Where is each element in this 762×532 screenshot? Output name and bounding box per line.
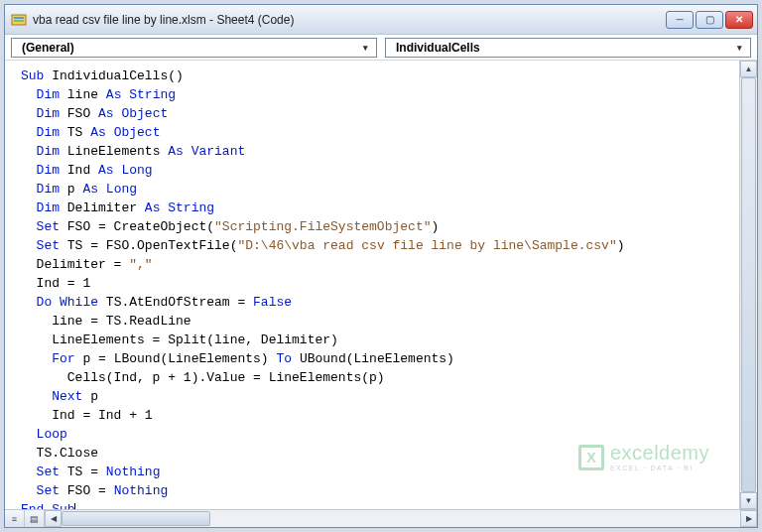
horizontal-scrollbar[interactable]: ◀ ▶: [45, 510, 757, 527]
procedure-dropdown[interactable]: IndividualCells ▾: [385, 38, 751, 58]
object-dropdown[interactable]: (General) ▾: [11, 38, 377, 58]
chevron-down-icon: ▾: [356, 40, 374, 56]
titlebar[interactable]: vba read csv file line by line.xlsm - Sh…: [5, 5, 757, 35]
maximize-button[interactable]: ▢: [696, 11, 723, 29]
vba-code-window: vba read csv file line by line.xlsm - Sh…: [4, 4, 758, 528]
scroll-down-button[interactable]: ▼: [740, 492, 757, 509]
scroll-up-button[interactable]: ▲: [740, 61, 757, 77]
chevron-down-icon: ▾: [730, 40, 748, 56]
scroll-right-button[interactable]: ▶: [740, 510, 757, 527]
svg-rect-2: [14, 20, 24, 22]
scroll-track[interactable]: [740, 77, 757, 492]
scroll-thumb[interactable]: [62, 511, 210, 526]
window-title: vba read csv file line by line.xlsm - Sh…: [33, 13, 666, 27]
view-procedure-button[interactable]: ≡: [5, 510, 25, 527]
app-icon: [11, 12, 27, 28]
object-dropdown-value: (General): [22, 41, 74, 55]
svg-rect-1: [14, 17, 24, 19]
scroll-thumb[interactable]: [741, 77, 756, 492]
code-area: Sub IndividualCells() Dim line As String…: [5, 61, 757, 509]
vertical-scrollbar[interactable]: ▲ ▼: [739, 61, 757, 509]
scroll-track[interactable]: [62, 510, 740, 527]
view-fullmodule-button[interactable]: ▤: [25, 510, 45, 527]
code-editor[interactable]: Sub IndividualCells() Dim line As String…: [5, 61, 739, 509]
scroll-left-button[interactable]: ◀: [45, 510, 62, 527]
minimize-button[interactable]: ─: [666, 11, 694, 29]
procedure-dropdown-value: IndividualCells: [396, 41, 480, 55]
close-button[interactable]: ✕: [725, 11, 753, 29]
object-proc-selector-row: (General) ▾ IndividualCells ▾: [5, 35, 757, 61]
window-buttons: ─ ▢ ✕: [666, 11, 753, 29]
bottom-bar: ≡ ▤ ◀ ▶: [5, 509, 757, 527]
